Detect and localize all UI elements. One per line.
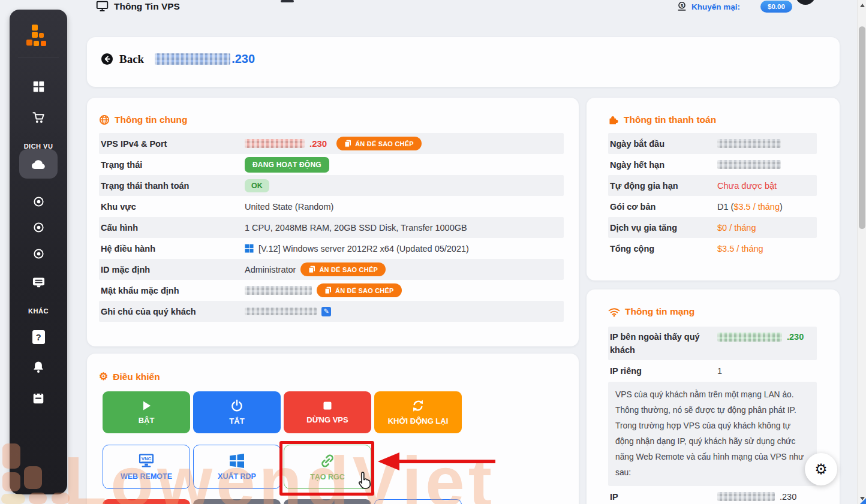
network-title: Thông tin mạng [625, 306, 694, 317]
menu-toggle-icon[interactable] [281, 0, 294, 2]
table-row: Tự động gia hạn Chưa được bật [608, 175, 817, 196]
scroll-up-icon[interactable] [860, 4, 865, 7]
promo-label-text: Khuyến mại: [691, 2, 740, 11]
watermark-logo-block [1, 494, 25, 504]
edit-note-icon[interactable]: ✎ [321, 307, 331, 316]
sidebar-item-store[interactable] [10, 108, 67, 127]
stop-vps-button[interactable]: DỪNG VPS [284, 391, 371, 433]
copy-id-button[interactable]: ẨN ĐỂ SAO CHÉP [300, 262, 386, 276]
promo-label: $ Khuyến mại: [676, 1, 740, 12]
sidebar-item-help[interactable]: ? [10, 327, 67, 346]
total-price: $3.5 / tháng [717, 244, 763, 253]
create-rgc-button[interactable]: TẠO RGC [284, 445, 371, 489]
lan-ip-suffix: .230 [780, 492, 796, 502]
back-card: Back .230 [87, 37, 840, 87]
scrollbar-thumb[interactable] [859, 26, 865, 229]
promo-balance-badge[interactable]: $0.00 [760, 1, 792, 13]
table-row: Gói cơ bản D1 ($3.5 / tháng) [608, 196, 817, 217]
page-title: Thông Tin VPS [96, 0, 180, 13]
sidebar-divider [18, 58, 59, 58]
table-row: Hệ điều hành [V.12] Windows server 2012R… [99, 238, 564, 259]
table-row: Mật khẩu mặc định ẨN ĐỂ SAO CHÉP [99, 280, 564, 301]
cloud-icon [31, 158, 46, 170]
network-card: Thông tin mạng IP bên ngoài thấy quý khá… [587, 289, 840, 504]
region-value: United State (Random) [245, 202, 333, 212]
web-remote-button[interactable]: VNC WEB REMOTE [103, 445, 190, 489]
auto-renew-value: Chưa được bật [717, 181, 777, 191]
blurred-ip [717, 333, 782, 342]
console-message-icon [32, 276, 46, 289]
table-row: IP bên ngoài thấy quý khách .230 [608, 327, 817, 360]
back-button[interactable]: Back [101, 53, 144, 66]
config-value: 1 CPU, 2048MB RAM, 20GB SSD Disk, Transf… [245, 223, 467, 233]
blurred-password [245, 286, 312, 295]
table-row: IP riêng 1 [608, 360, 817, 382]
cutoff-button[interactable] [284, 499, 371, 504]
sidebar-section-other: KHÁC [10, 307, 67, 315]
power-on-button[interactable]: BẬT [103, 391, 190, 433]
export-rdp-button[interactable]: XUẤT RDP [193, 445, 281, 489]
blurred-note [245, 307, 317, 315]
table-row: Dịch vụ gia tăng $0 / tháng [608, 217, 817, 238]
sidebar-item-service-2[interactable] [10, 218, 67, 237]
table-row: Ghi chú của quý khách ✎ [99, 301, 564, 322]
ip-suffix: .230 [309, 138, 327, 149]
dollar-insert-icon: $ [676, 1, 687, 12]
sidebar: DỊCH VỤ KHÁC ? [10, 10, 67, 494]
sidebar-item-service-1[interactable] [10, 192, 67, 211]
sidebar-item-messages[interactable] [10, 273, 67, 292]
logo-icon [26, 25, 50, 47]
sidebar-item-notifications[interactable] [10, 358, 67, 377]
table-row: Ngày hết hạn [608, 154, 817, 175]
payment-status-badge: OK [245, 179, 269, 192]
billing-title: Thông tin thanh toán [624, 114, 716, 125]
power-icon [230, 399, 243, 412]
network-note: VPS của quý khách nằm trên một mạng LAN … [608, 382, 817, 486]
app-logo[interactable] [10, 23, 67, 49]
cutoff-button[interactable] [193, 499, 281, 504]
back-label: Back [119, 53, 144, 66]
sidebar-item-dashboard[interactable] [10, 77, 67, 96]
copy-password-button[interactable]: ẨN ĐỂ SAO CHÉP [317, 283, 402, 297]
vnc-monitor-icon: VNC [137, 453, 156, 469]
page-title-text: Thông Tin VPS [114, 1, 180, 12]
private-ip-count: 1 [717, 366, 722, 376]
table-row: Khu vực United State (Random) [99, 196, 564, 217]
sidebar-item-calendar[interactable] [10, 388, 67, 408]
corner-widget [860, 498, 866, 504]
table-row: Tổng cộng $3.5 / tháng [608, 238, 817, 259]
plan-price: $3.5 / tháng [733, 202, 780, 212]
windows-icon [229, 453, 245, 469]
cutoff-button[interactable] [374, 499, 462, 504]
copy-ip-button[interactable]: ẨN ĐỂ SAO CHÉP [336, 137, 422, 150]
arrow-circle-left-icon [101, 53, 113, 65]
radio-target-icon [33, 222, 44, 233]
gear-icon: ⚙ [814, 461, 828, 478]
stop-icon [322, 400, 333, 411]
monitor-icon [96, 0, 109, 13]
power-off-button[interactable]: TẮT [193, 391, 281, 433]
sidebar-item-service-3[interactable] [10, 244, 67, 263]
general-info-title: Thông tin chung [115, 114, 187, 125]
restart-button[interactable]: KHỞI ĐỘNG LẠI [374, 391, 462, 433]
bell-icon [32, 360, 45, 375]
refresh-icon [411, 399, 425, 412]
settings-fab[interactable]: ⚙ [805, 453, 837, 485]
blurred-date [717, 139, 781, 148]
wifi-icon [608, 307, 620, 317]
table-row: Trạng thái thanh toán OK [99, 175, 564, 196]
sidebar-item-cloud-vps[interactable] [19, 149, 58, 179]
table-row: Trạng thái ĐANG HOẠT ĐỘNG [99, 154, 564, 175]
addon-price: $0 / tháng [717, 223, 756, 233]
cutoff-button[interactable] [103, 499, 190, 504]
svg-text:$: $ [681, 3, 684, 8]
blurred-ip [155, 53, 230, 65]
avatar[interactable] [795, 0, 816, 5]
copy-icon [324, 286, 332, 294]
svg-text:VNC: VNC [142, 456, 152, 461]
scrollbar[interactable] [857, 0, 866, 504]
general-info-card: Thông tin chung VPS IPv4 & Port .230 ẨN … [87, 98, 579, 346]
table-row: Ngày bắt đầu [608, 133, 817, 154]
dashboard-icon [32, 80, 45, 93]
control-title: Điều khiển [113, 372, 160, 382]
